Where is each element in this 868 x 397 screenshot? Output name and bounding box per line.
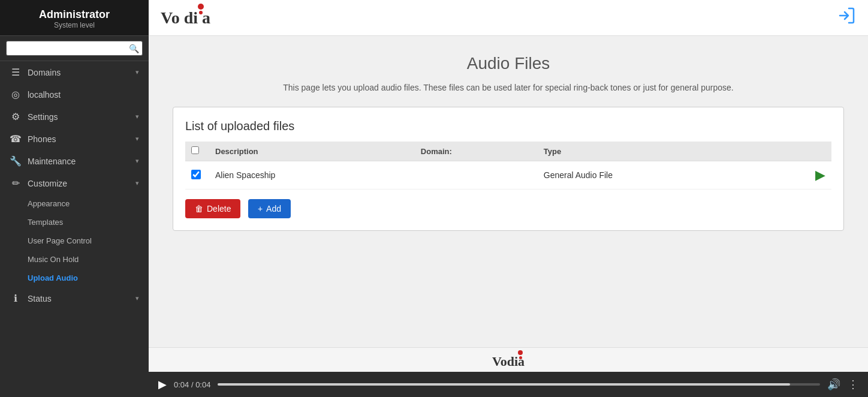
row-checkbox[interactable]	[191, 170, 201, 179]
sidebar-item-templates-label: Templates	[28, 218, 63, 227]
select-all-checkbox[interactable]	[191, 146, 199, 154]
logo: Vo di a	[161, 8, 210, 28]
sidebar-item-domains-label: Domains	[28, 68, 61, 77]
file-table: Description Domain: Type Alien Spaceship…	[185, 142, 831, 190]
sidebar-item-settings[interactable]: ⚙ Settings ▾	[0, 106, 149, 128]
sidebar-item-localhost-label: localhost	[28, 90, 61, 100]
sidebar-search-area: 🔍	[0, 36, 149, 61]
info-icon: ℹ	[10, 293, 22, 304]
sys-level: System level	[10, 21, 139, 29]
sidebar-item-appearance-label: Appearance	[28, 199, 70, 208]
pencil-icon: ✏	[10, 178, 22, 189]
footer-logo-text: Vodia	[492, 354, 525, 369]
row-domain	[415, 161, 538, 190]
sidebar-item-appearance[interactable]: Appearance	[0, 194, 149, 213]
main-area: Vo di a Audio Files	[149, 0, 868, 397]
add-button[interactable]: + Add	[248, 199, 291, 218]
file-list-box: List of uploaded files Description Domai…	[173, 107, 844, 231]
more-options-icon[interactable]: ⋮	[848, 378, 858, 391]
footer-logo: Vodia	[492, 348, 525, 372]
chevron-down-icon: ▾	[135, 113, 139, 121]
sidebar-item-user-page-control[interactable]: User Page Control	[0, 231, 149, 250]
plus-icon: +	[258, 204, 263, 213]
audio-player: ▶ 0:04 / 0:04 🔊 ⋮	[149, 372, 868, 397]
progress-fill	[218, 383, 789, 386]
sidebar-item-user-page-control-label: User Page Control	[28, 236, 92, 245]
footer: Vodia ▶ 0:04 / 0:04 🔊 ⋮	[149, 347, 868, 397]
chevron-down-icon: ▾	[135, 68, 139, 76]
admin-title: Administrator	[10, 8, 139, 21]
phone-icon: ☎	[10, 133, 22, 145]
sidebar-nav: ☰ Domains ▾ ◎ localhost ⚙ Settings ▾ ☎ P…	[0, 61, 149, 397]
sidebar-item-domains[interactable]: ☰ Domains ▾	[0, 61, 149, 83]
page-title: Audio Files	[173, 54, 844, 73]
sidebar: Administrator System level 🔍 ☰ Domains ▾…	[0, 0, 149, 397]
file-list-title: List of uploaded files	[185, 119, 831, 133]
col-checkbox	[185, 142, 209, 161]
col-description: Description	[209, 142, 415, 161]
sidebar-item-upload-audio[interactable]: Upload Audio	[0, 269, 149, 287]
progress-bar[interactable]	[218, 383, 820, 386]
content-area: Audio Files This page lets you upload au…	[149, 36, 868, 347]
time-display: 0:04 / 0:04	[174, 380, 210, 389]
chevron-down-icon: ▾	[135, 157, 139, 165]
gear-icon: ⚙	[10, 111, 22, 122]
table-row: Alien SpaceshipGeneral Audio File▶	[185, 161, 831, 190]
volume-icon[interactable]: 🔊	[827, 378, 840, 391]
row-checkbox-cell	[185, 161, 209, 190]
globe-icon: ◎	[10, 89, 22, 100]
sidebar-item-upload-audio-label: Upload Audio	[28, 273, 78, 282]
chevron-down-icon: ▾	[135, 135, 139, 143]
delete-button[interactable]: 🗑 Delete	[185, 199, 240, 218]
page-description: This page lets you upload audio files. T…	[173, 83, 844, 92]
play-button[interactable]: ▶	[158, 378, 167, 391]
wrench-icon: 🔧	[10, 155, 22, 167]
sidebar-header: Administrator System level	[0, 0, 149, 36]
search-icon: 🔍	[129, 44, 139, 53]
trash-icon: 🗑	[195, 204, 203, 213]
row-play-cell: ▶	[768, 161, 831, 190]
sidebar-item-status[interactable]: ℹ Status ▾	[0, 287, 149, 309]
chevron-down-icon: ▾	[135, 294, 139, 302]
logout-button[interactable]	[837, 6, 856, 29]
sidebar-item-status-label: Status	[28, 294, 52, 303]
col-actions	[768, 142, 831, 161]
sidebar-item-music-on-hold[interactable]: Music On Hold	[0, 250, 149, 269]
delete-label: Delete	[207, 204, 231, 213]
sidebar-item-phones[interactable]: ☎ Phones ▾	[0, 128, 149, 150]
logo-text: Vo di a	[161, 8, 210, 28]
sidebar-item-phones-label: Phones	[28, 134, 56, 144]
row-play-button[interactable]: ▶	[815, 167, 825, 182]
sidebar-item-localhost[interactable]: ◎ localhost	[0, 83, 149, 106]
add-label: Add	[266, 204, 281, 213]
col-domain: Domain:	[415, 142, 538, 161]
action-buttons: 🗑 Delete + Add	[185, 199, 831, 218]
chevron-down-icon: ▾	[135, 179, 139, 187]
row-description: Alien Spaceship	[209, 161, 415, 190]
sidebar-item-maintenance-label: Maintenance	[28, 157, 76, 166]
col-type: Type	[538, 142, 768, 161]
sidebar-item-music-on-hold-label: Music On Hold	[28, 255, 79, 264]
sidebar-item-templates[interactable]: Templates	[0, 213, 149, 231]
row-type: General Audio File	[538, 161, 768, 190]
sidebar-item-maintenance[interactable]: 🔧 Maintenance ▾	[0, 150, 149, 172]
sidebar-item-customize[interactable]: ✏ Customize ▾	[0, 172, 149, 194]
sidebar-item-settings-label: Settings	[28, 112, 58, 122]
list-icon: ☰	[10, 67, 22, 78]
search-input[interactable]	[6, 41, 143, 56]
top-bar: Vo di a	[149, 0, 868, 36]
sidebar-item-customize-label: Customize	[28, 179, 67, 188]
